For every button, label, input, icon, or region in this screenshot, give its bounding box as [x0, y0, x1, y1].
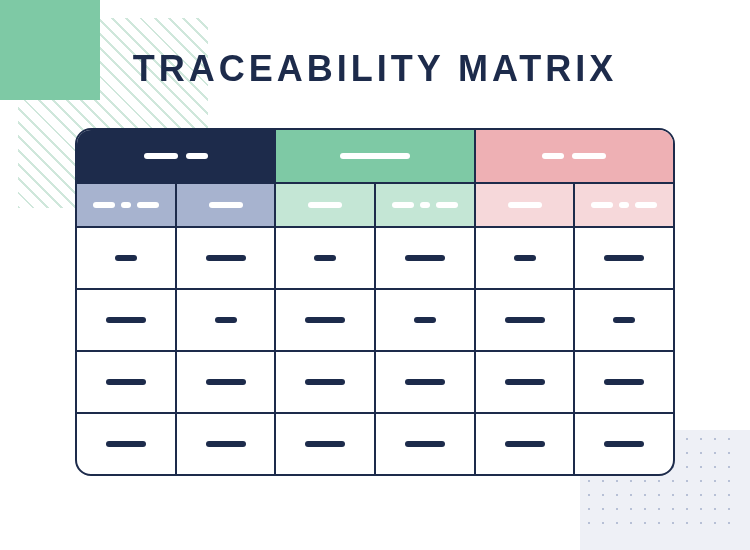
table-cell: [276, 414, 376, 474]
placeholder-icon: [635, 202, 657, 208]
placeholder-icon: [106, 441, 146, 447]
placeholder-icon: [93, 202, 115, 208]
placeholder-icon: [414, 317, 436, 323]
placeholder-icon: [209, 202, 243, 208]
traceability-matrix: [75, 128, 675, 476]
placeholder-icon: [106, 317, 146, 323]
table-cell: [177, 414, 277, 474]
table-cell: [575, 290, 673, 350]
sub-header-5: [476, 182, 576, 226]
table-cell: [575, 414, 673, 474]
placeholder-icon: [572, 153, 606, 159]
placeholder-icon: [121, 202, 131, 208]
table-cell: [77, 414, 177, 474]
group-header-1: [77, 130, 276, 182]
placeholder-icon: [505, 317, 545, 323]
sub-header-6: [575, 182, 673, 226]
table-cell: [376, 290, 476, 350]
placeholder-icon: [305, 441, 345, 447]
placeholder-icon: [604, 441, 644, 447]
placeholder-icon: [436, 202, 458, 208]
placeholder-icon: [604, 379, 644, 385]
placeholder-icon: [505, 379, 545, 385]
placeholder-icon: [215, 317, 237, 323]
placeholder-icon: [106, 379, 146, 385]
table-cell: [276, 228, 376, 288]
table-cell: [376, 352, 476, 412]
table-row: [77, 350, 673, 412]
sub-header-1: [77, 182, 177, 226]
table-cell: [575, 352, 673, 412]
placeholder-icon: [305, 379, 345, 385]
table-cell: [77, 290, 177, 350]
table-cell: [77, 352, 177, 412]
table-cell: [476, 228, 576, 288]
table-cell: [77, 228, 177, 288]
placeholder-icon: [186, 153, 208, 159]
table-cell: [476, 352, 576, 412]
placeholder-icon: [305, 317, 345, 323]
placeholder-icon: [420, 202, 430, 208]
placeholder-icon: [405, 441, 445, 447]
data-rows: [77, 226, 673, 474]
table-cell: [276, 290, 376, 350]
table-cell: [376, 414, 476, 474]
sub-header-3: [276, 182, 376, 226]
placeholder-icon: [206, 441, 246, 447]
table-row: [77, 288, 673, 350]
placeholder-icon: [405, 379, 445, 385]
sub-header-4: [376, 182, 476, 226]
placeholder-icon: [508, 202, 542, 208]
table-cell: [276, 352, 376, 412]
placeholder-icon: [613, 317, 635, 323]
group-header-3: [476, 130, 673, 182]
placeholder-icon: [308, 202, 342, 208]
placeholder-icon: [619, 202, 629, 208]
placeholder-icon: [144, 153, 178, 159]
table-cell: [376, 228, 476, 288]
group-header-2: [276, 130, 475, 182]
page-title: TRACEABILITY MATRIX: [0, 48, 750, 90]
table-row: [77, 226, 673, 288]
placeholder-icon: [137, 202, 159, 208]
placeholder-icon: [340, 153, 410, 159]
placeholder-icon: [392, 202, 414, 208]
placeholder-icon: [542, 153, 564, 159]
group-header-row: [77, 130, 673, 182]
sub-header-row: [77, 182, 673, 226]
placeholder-icon: [206, 379, 246, 385]
placeholder-icon: [505, 441, 545, 447]
sub-header-2: [177, 182, 277, 226]
placeholder-icon: [405, 255, 445, 261]
placeholder-icon: [604, 255, 644, 261]
table-cell: [177, 352, 277, 412]
table-row: [77, 412, 673, 474]
placeholder-icon: [314, 255, 336, 261]
table-cell: [476, 290, 576, 350]
table-cell: [476, 414, 576, 474]
table-cell: [177, 290, 277, 350]
placeholder-icon: [591, 202, 613, 208]
placeholder-icon: [115, 255, 137, 261]
placeholder-icon: [514, 255, 536, 261]
placeholder-icon: [206, 255, 246, 261]
table-cell: [575, 228, 673, 288]
table-cell: [177, 228, 277, 288]
